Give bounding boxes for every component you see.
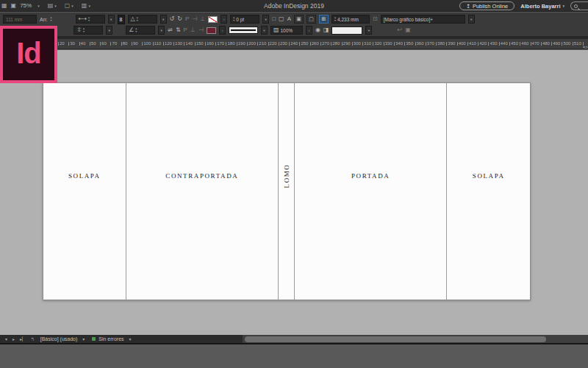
distribute-icon[interactable]: ⊥ (200, 15, 205, 24)
page-section-contraportada[interactable]: CONTRAPORTADA (126, 83, 279, 300)
ruler-number: 270 (320, 41, 329, 46)
ruler-number: 430 (488, 41, 497, 46)
ruler-number: 120 (163, 41, 172, 46)
publish-online-button[interactable]: ↥ Publish Online (459, 1, 515, 10)
opacity-field[interactable]: ▨ 100% (270, 26, 303, 35)
arrange-documents-button[interactable]: ▥ ▾ (82, 2, 90, 10)
horizontal-scrollbar[interactable] (243, 335, 588, 343)
rotation-dropdown[interactable]: ▾ (160, 15, 167, 24)
stroke-weight-field[interactable]: ▴▾ 0 pt (230, 15, 259, 24)
view-options-icon: ▤ (48, 2, 54, 10)
opacity-more[interactable]: › (306, 26, 312, 35)
chevron-down-icon: ▾ (54, 4, 57, 8)
preview-dropdown[interactable] (331, 26, 362, 35)
horizontal-scrollbar-thumb[interactable] (245, 336, 546, 342)
fill-color-more[interactable]: › (219, 26, 226, 35)
ruler-number: 360 (415, 41, 424, 46)
ruler-number: 200 (247, 41, 256, 46)
ruler-number: 220 (268, 41, 277, 46)
corner-fancy-icon[interactable]: A (287, 15, 291, 24)
stroke-style-dropdown[interactable] (229, 26, 258, 34)
object-style-dropdown[interactable]: [Marco gráfico básico]+ (381, 15, 465, 24)
next-page-icon[interactable]: ▸ (12, 336, 15, 342)
distribute-icon[interactable]: ⊣ (198, 26, 204, 35)
ruler-number: 290 (342, 41, 351, 46)
ruler-number: 380 (436, 41, 445, 46)
search-input[interactable] (570, 1, 588, 10)
horizontal-ruler[interactable]: 2030405060708090100110120130140150160170… (0, 39, 588, 49)
ruler-number: 30 (68, 41, 75, 46)
user-name: Alberto Bayarri (520, 3, 560, 10)
last-page-icon[interactable]: ▸▏ (20, 336, 26, 342)
scale-y-field[interactable]: ⇳ ▴▾ (74, 26, 103, 35)
user-account-menu[interactable]: Alberto Bayarri ▾ (520, 3, 564, 10)
pasteboard[interactable]: SOLAPACONTRAPORTADALOMOPORTADASOLAPA (0, 50, 588, 335)
publish-online-label: Publish Online (473, 3, 508, 10)
width-stepper[interactable]: ▴▾ (51, 16, 52, 22)
align-icon[interactable]: ⊥ (190, 26, 196, 35)
page-section-solapa[interactable]: SOLAPA (447, 83, 530, 300)
screen-mode-button[interactable]: ▢ ▾ (65, 2, 74, 10)
corner-round-icon[interactable]: ▢ (279, 15, 284, 24)
object-style-icon: ⊡ (373, 15, 378, 24)
zoom-level-value: 75% (20, 2, 32, 9)
preflight-status[interactable]: Sin errores (98, 336, 123, 342)
drop-shadow-icon[interactable]: ◨ (323, 26, 329, 35)
stroke-color-more[interactable]: › (220, 15, 227, 24)
titlebar: ▦ ▣ 75% ▾ ▤ ▾ ▢ ▾ ▥ ▾ Adobe InDesign 201… (0, 0, 588, 12)
stroke-weight-dropdown[interactable]: ▾ (262, 15, 269, 24)
zoom-level-dropdown[interactable]: 75% ▾ (20, 2, 40, 9)
ruler-number: 520 (583, 41, 588, 49)
navigate-icon[interactable]: ↰ (31, 336, 35, 342)
live-corner-icon[interactable]: ⊞ (319, 15, 329, 24)
grid-icon[interactable]: ▦ (1, 2, 7, 10)
scale-x-field[interactable]: ⟷ ▴▾ (76, 15, 105, 24)
ruler-number: 330 (384, 41, 392, 46)
rotate-cw-icon[interactable]: ↻ (177, 15, 182, 24)
preview-dropdown-chevron[interactable]: ▾ (365, 26, 372, 35)
preflight-profile-chevron[interactable]: ▾ (82, 336, 85, 342)
revert-icon[interactable]: ↩ (397, 26, 402, 35)
panel-options-icon[interactable]: ▣ (405, 26, 411, 35)
scale-y-dropdown[interactable]: ▾ (106, 26, 112, 35)
preflight-menu-chevron[interactable]: ▾ (129, 336, 132, 342)
fill-color-swatch[interactable] (207, 27, 216, 34)
corner-plain-icon[interactable]: □ (272, 15, 276, 24)
effects-icon[interactable]: ◉ (315, 26, 320, 35)
flip-horizontal-icon[interactable]: ⇌ (168, 26, 173, 35)
chevron-down-icon: ▾ (37, 4, 40, 8)
ruler-number: 170 (215, 41, 224, 46)
fit-content-button[interactable]: ▣ (294, 15, 304, 24)
corner-size-field[interactable]: ▴▾ 4,233 mm (331, 15, 370, 24)
height-scale-icon: ⇳ (76, 26, 82, 35)
constrain-proportions-icon[interactable]: 8 (118, 15, 125, 24)
ruler-number: 160 (205, 41, 214, 46)
view-options-button[interactable]: ▤ ▾ (48, 2, 57, 10)
rotate-ccw-icon[interactable]: ↺ (170, 15, 175, 24)
rotation-angle-field[interactable]: △ ▴▾ (128, 15, 157, 24)
shear-dropdown[interactable]: ▾ (158, 26, 165, 35)
stroke-style-chevron[interactable]: ▾ (261, 26, 268, 35)
align-icon[interactable]: ⊣ (192, 15, 197, 24)
scale-x-dropdown[interactable]: ▾ (108, 15, 115, 24)
page-number-dropdown-icon[interactable]: ▾ (5, 336, 7, 342)
page-section-lomo[interactable]: LOMO (279, 83, 295, 300)
stroke-color-swatch[interactable] (208, 16, 218, 23)
search-icon (574, 4, 578, 8)
object-style-chevron[interactable]: ▾ (468, 15, 475, 24)
shear-angle-field[interactable]: ∠ ▴▾ (126, 26, 155, 35)
document-page[interactable]: SOLAPACONTRAPORTADALOMOPORTADASOLAPA (43, 82, 531, 300)
x-position-field[interactable]: 111 mm (3, 15, 37, 24)
ruler-number: 140 (184, 41, 193, 46)
preflight-status-icon (92, 337, 96, 341)
ruler-number: 60 (100, 41, 107, 46)
ruler-number: 320 (373, 41, 381, 46)
preflight-profile[interactable]: [Básico] (usado) (40, 336, 78, 342)
page-section-solapa[interactable]: SOLAPA (43, 83, 126, 300)
flip-vertical-icon[interactable]: ⇅ (176, 26, 181, 35)
fit-frame-button[interactable]: ▢ (306, 15, 316, 24)
ruler-number: 100 (142, 41, 151, 46)
app-mini-icon: ▣ (11, 2, 17, 10)
ruler-number: 130 (173, 41, 182, 46)
page-section-portada[interactable]: PORTADA (295, 83, 447, 300)
